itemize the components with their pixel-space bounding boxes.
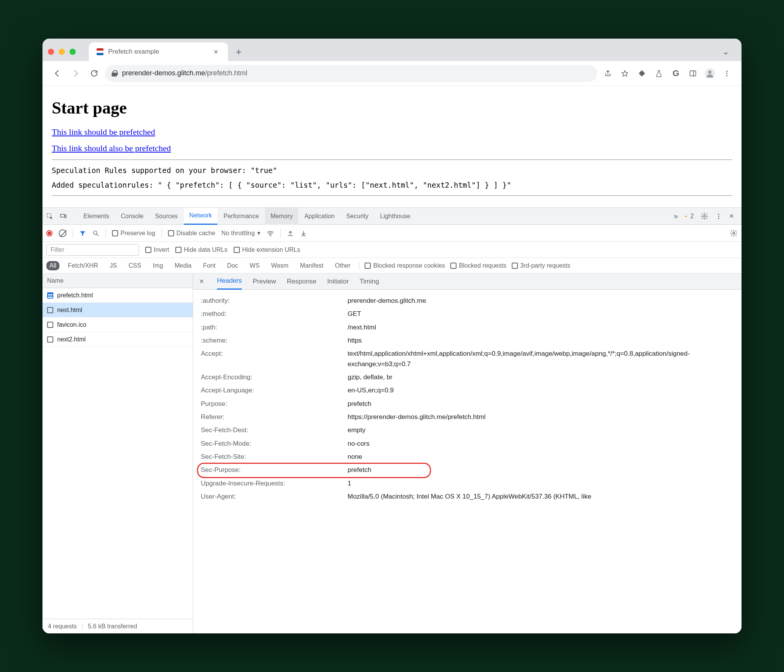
header-name: Sec-Fetch-Mode: [201,439,348,449]
header-name: Sec-Fetch-Site: [201,452,348,462]
wifi-icon[interactable] [266,229,274,237]
header-row: Upgrade-Insecure-Requests:1 [193,477,742,490]
type-filter-media[interactable]: Media [171,261,195,270]
google-icon[interactable]: G [668,66,684,81]
panel-tab-application[interactable]: Application [299,208,340,225]
close-tab-icon[interactable]: × [212,48,220,56]
type-filter-img[interactable]: Img [150,261,166,270]
request-row[interactable]: next2.html [42,332,193,347]
browser-tab[interactable]: Prefetch example × [89,42,228,61]
request-row[interactable]: prefetch.html [42,288,193,303]
record-button[interactable] [46,230,53,236]
overflow-icon[interactable]: » [674,212,678,221]
detail-tab-initiator[interactable]: Initiator [327,278,349,285]
panel-tab-memory[interactable]: Memory [265,208,298,225]
type-filter-font[interactable]: Font [200,261,219,270]
throttling-select[interactable]: No throttling ▾ [221,229,260,237]
detail-tab-response[interactable]: Response [287,278,317,285]
type-filter-manifest[interactable]: Manifest [297,261,326,270]
type-filter-css[interactable]: CSS [126,261,144,270]
gear-icon[interactable] [701,212,708,220]
type-filter-other[interactable]: Other [332,261,353,270]
invert-checkbox[interactable]: Invert [145,246,169,253]
tab-overflow-button[interactable]: ⌄ [715,47,736,57]
panel-tab-network[interactable]: Network [184,208,217,225]
type-filter-wasm[interactable]: Wasm [268,261,292,270]
request-name: prefetch.html [57,292,93,299]
header-name: :authority: [201,296,348,306]
omnibox[interactable]: prerender-demos.glitch.me/prefetch.html [105,65,597,82]
header-name: Accept: [201,349,348,369]
sidepanel-icon[interactable] [685,66,701,81]
request-detail: × HeadersPreviewResponseInitiatorTiming … [193,273,742,633]
panel-tab-sources[interactable]: Sources [149,208,183,225]
header-row: Sec-Fetch-Site:none [193,450,742,463]
detail-tab-timing[interactable]: Timing [360,278,379,285]
header-row: Sec-Fetch-Mode:no-cors [193,437,742,450]
reload-button[interactable] [87,66,102,81]
type-filter-ws[interactable]: WS [246,261,263,270]
detail-tab-preview[interactable]: Preview [253,278,276,285]
svg-line-15 [97,234,98,236]
back-button[interactable] [49,66,65,81]
hide-extension-urls-checkbox[interactable]: Hide extension URLs [234,246,300,253]
share-icon[interactable] [600,66,616,81]
close-detail-icon[interactable]: × [197,277,206,286]
header-value: gzip, deflate, br [348,372,734,382]
request-row[interactable]: next.html [42,303,193,317]
warnings-badge[interactable] [685,216,687,217]
panel-tab-console[interactable]: Console [115,208,149,225]
name-column-header[interactable]: Name [42,273,193,288]
header-value: https://prerender-demos.glitch.me/prefet… [348,412,734,422]
clear-button[interactable] [59,229,66,237]
network-settings-icon[interactable] [730,229,738,237]
panel-tab-performance[interactable]: Performance [218,208,265,225]
blocked-cookies-checkbox[interactable]: Blocked response cookies [365,262,445,269]
download-icon[interactable] [300,230,307,237]
close-window-icon[interactable] [48,49,54,55]
link-prefetched-1[interactable]: This link should be prefetched [52,127,155,137]
minimize-window-icon[interactable] [59,49,65,55]
extensions-icon[interactable] [634,66,650,81]
panel-tab-lighthouse[interactable]: Lighthouse [375,208,416,225]
request-row[interactable]: favicon.ico [42,317,193,332]
type-filter-fetchxhr[interactable]: Fetch/XHR [65,261,101,270]
header-name: :method: [201,309,348,319]
new-tab-button[interactable]: + [232,45,246,59]
fullscreen-window-icon[interactable] [70,49,76,55]
filter-icon[interactable] [79,230,86,237]
disable-cache-checkbox[interactable]: Disable cache [168,230,216,237]
third-party-checkbox[interactable]: 3rd-party requests [512,262,570,269]
link-prefetched-2[interactable]: This link should also be prefetched [52,143,171,153]
bookmark-icon[interactable] [617,66,633,81]
header-row: Sec-Fetch-Dest:empty [193,424,742,437]
forward-button[interactable] [68,66,83,81]
type-filter-js[interactable]: JS [107,261,120,270]
preserve-log-checkbox[interactable]: Preserve log [112,230,155,237]
devtools-close-icon[interactable]: × [729,212,734,221]
url-text: prerender-demos.glitch.me/prefetch.html [122,69,247,77]
detail-tabs: × HeadersPreviewResponseInitiatorTiming [193,273,742,290]
header-name: :scheme: [201,336,348,346]
search-icon[interactable] [92,230,99,237]
devtools-kebab-icon[interactable] [715,213,722,220]
type-filter-all[interactable]: All [46,261,59,270]
header-value: empty [348,425,734,435]
profile-avatar[interactable] [702,66,718,81]
panel-tab-security[interactable]: Security [341,208,374,225]
type-filter-doc[interactable]: Doc [224,261,241,270]
detail-tab-headers[interactable]: Headers [217,273,242,290]
header-name: Referer: [201,412,348,422]
labs-icon[interactable] [651,66,667,81]
blocked-requests-checkbox[interactable]: Blocked requests [450,262,506,269]
header-row: :path:/next.html [193,321,742,334]
inspect-icon[interactable] [46,213,59,220]
kebab-menu-icon[interactable] [719,66,735,81]
device-icon[interactable] [59,213,72,220]
hide-data-urls-checkbox[interactable]: Hide data URLs [175,246,227,253]
panel-tab-elements[interactable]: Elements [78,208,115,225]
filter-input[interactable]: Filter [46,244,139,256]
toolbar: prerender-demos.glitch.me/prefetch.html … [42,61,742,86]
svg-point-13 [718,217,720,219]
upload-icon[interactable] [287,230,294,237]
